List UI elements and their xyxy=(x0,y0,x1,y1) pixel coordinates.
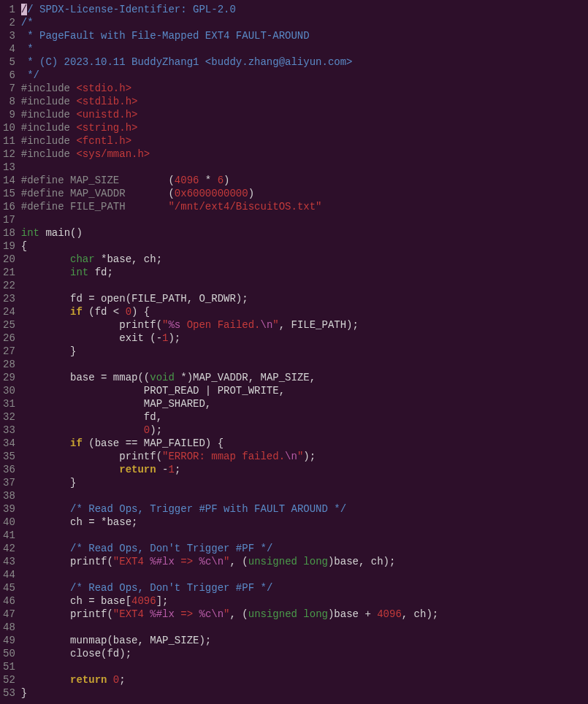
line-number: 45 xyxy=(3,581,15,594)
code-line: * PageFault with File-Mapped EXT4 FAULT-… xyxy=(21,29,588,42)
code-line: } xyxy=(21,476,588,489)
code-line: MAP_SHARED, xyxy=(21,397,588,410)
code-line: return 0; xyxy=(21,673,588,686)
code-line: /* Read Ops, Don't Trigger #PF */ xyxy=(21,581,588,594)
code-line: base = mmap((void *)MAP_VADDR, MAP_SIZE, xyxy=(21,371,588,384)
line-number: 24 xyxy=(3,305,15,318)
line-number: 40 xyxy=(3,516,15,529)
code-line: /* Read Ops, Don't Trigger #PF */ xyxy=(21,542,588,555)
line-number: 41 xyxy=(3,529,15,542)
line-number: 35 xyxy=(3,450,15,463)
line-number: 50 xyxy=(3,647,15,660)
line-number: 8 xyxy=(3,95,15,108)
line-number: 42 xyxy=(3,542,15,555)
line-number: 11 xyxy=(3,134,15,148)
line-number: 27 xyxy=(3,345,15,358)
line-number: 36 xyxy=(3,463,15,476)
code-line: printf("EXT4 %#lx => %c\n", (unsigned lo… xyxy=(21,608,588,621)
code-line: */ xyxy=(21,69,588,82)
line-number: 19 xyxy=(3,240,15,253)
line-number: 10 xyxy=(3,121,15,134)
line-number: 23 xyxy=(3,292,15,305)
line-number: 17 xyxy=(3,213,15,226)
line-number: 46 xyxy=(3,594,15,608)
line-number: 30 xyxy=(3,384,15,397)
line-number: 7 xyxy=(3,82,15,95)
code-line: #include <stdio.h> xyxy=(21,82,588,95)
line-number: 16 xyxy=(3,200,15,213)
code-line: if (fd < 0) { xyxy=(21,305,588,318)
code-line: ch = base[4096]; xyxy=(21,594,588,608)
line-number: 44 xyxy=(3,568,15,581)
code-line: exit (-1); xyxy=(21,332,588,345)
line-number: 52 xyxy=(3,673,15,686)
line-number: 31 xyxy=(3,397,15,410)
code-line xyxy=(21,161,588,174)
line-number: 18 xyxy=(3,226,15,240)
code-line: #include <sys/mman.h> xyxy=(21,148,588,161)
line-number: 25 xyxy=(3,318,15,332)
code-line: * xyxy=(21,42,588,56)
line-number: 15 xyxy=(3,187,15,200)
code-line: printf("ERROR: mmap failed.\n"); xyxy=(21,450,588,463)
code-line: #include <stdlib.h> xyxy=(21,95,588,108)
code-line: close(fd); xyxy=(21,647,588,660)
line-number: 38 xyxy=(3,489,15,502)
line-number: 13 xyxy=(3,161,15,174)
code-line: char *base, ch; xyxy=(21,253,588,266)
code-line: * (C) 2023.10.11 BuddyZhang1 <buddy.zhan… xyxy=(21,56,588,69)
code-line: } xyxy=(21,686,588,700)
line-number: 28 xyxy=(3,358,15,371)
code-line: printf("EXT4 %#lx => %c\n", (unsigned lo… xyxy=(21,555,588,568)
code-line xyxy=(21,621,588,634)
line-number: 26 xyxy=(3,332,15,345)
line-number: 3 xyxy=(3,29,15,42)
code-line xyxy=(21,568,588,581)
code-editor: 1234567891011121314151617181920212223242… xyxy=(0,0,588,703)
line-number: 53 xyxy=(3,686,15,700)
line-number: 33 xyxy=(3,424,15,437)
code-line: // SPDX-License-Identifier: GPL-2.0 xyxy=(21,3,588,16)
line-number: 29 xyxy=(3,371,15,384)
code-line: fd, xyxy=(21,410,588,424)
line-number: 47 xyxy=(3,608,15,621)
code-line: return -1; xyxy=(21,463,588,476)
line-number: 39 xyxy=(3,502,15,516)
line-number-gutter: 1234567891011121314151617181920212223242… xyxy=(0,0,21,703)
line-number: 37 xyxy=(3,476,15,489)
code-line: #include <string.h> xyxy=(21,121,588,134)
line-number: 2 xyxy=(3,16,15,29)
code-line: { xyxy=(21,240,588,253)
code-line xyxy=(21,213,588,226)
code-area[interactable]: // SPDX-License-Identifier: GPL-2.0/* * … xyxy=(21,0,588,703)
code-line xyxy=(21,279,588,292)
line-number: 9 xyxy=(3,108,15,121)
code-line xyxy=(21,489,588,502)
line-number: 20 xyxy=(3,253,15,266)
code-line: munmap(base, MAP_SIZE); xyxy=(21,634,588,647)
line-number: 12 xyxy=(3,148,15,161)
line-number: 5 xyxy=(3,56,15,69)
code-line: printf("%s Open Failed.\n", FILE_PATH); xyxy=(21,318,588,332)
line-number: 32 xyxy=(3,410,15,424)
line-number: 14 xyxy=(3,174,15,187)
code-line xyxy=(21,358,588,371)
line-number: 21 xyxy=(3,266,15,279)
line-number: 34 xyxy=(3,437,15,450)
line-number: 51 xyxy=(3,660,15,673)
line-number: 6 xyxy=(3,69,15,82)
code-line: if (base == MAP_FAILED) { xyxy=(21,437,588,450)
code-line xyxy=(21,529,588,542)
code-line: } xyxy=(21,345,588,358)
code-line: #include <unistd.h> xyxy=(21,108,588,121)
code-line: /* Read Ops, Trigger #PF with FAULT AROU… xyxy=(21,502,588,516)
line-number: 49 xyxy=(3,634,15,647)
code-line: #include <fcntl.h> xyxy=(21,134,588,148)
code-line: fd = open(FILE_PATH, O_RDWR); xyxy=(21,292,588,305)
code-line: 0); xyxy=(21,424,588,437)
line-number: 1 xyxy=(3,3,15,16)
code-line: #define MAP_VADDR (0x6000000000) xyxy=(21,187,588,200)
code-line: int fd; xyxy=(21,266,588,279)
code-line xyxy=(21,660,588,673)
line-number: 22 xyxy=(3,279,15,292)
